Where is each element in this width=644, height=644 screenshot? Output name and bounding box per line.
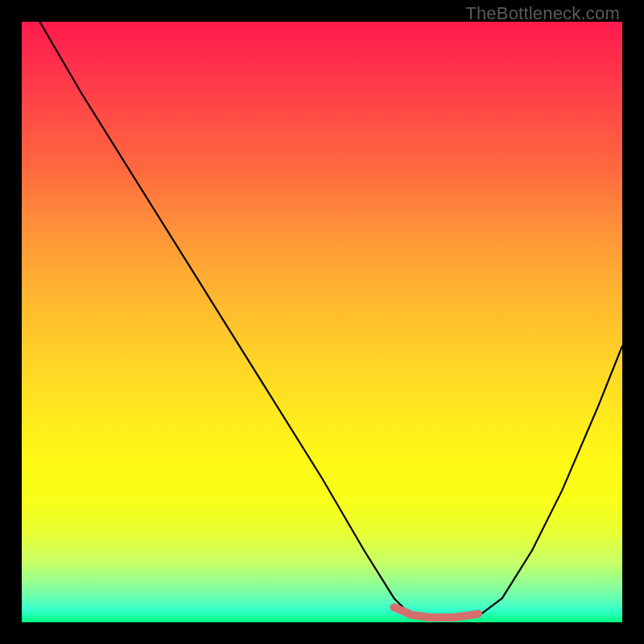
plot-area xyxy=(22,22,622,622)
optimal-zone-highlight xyxy=(394,607,479,617)
curve-layer xyxy=(22,22,622,622)
bottleneck-curve xyxy=(39,22,622,619)
chart-frame: TheBottleneck.com xyxy=(0,0,644,644)
